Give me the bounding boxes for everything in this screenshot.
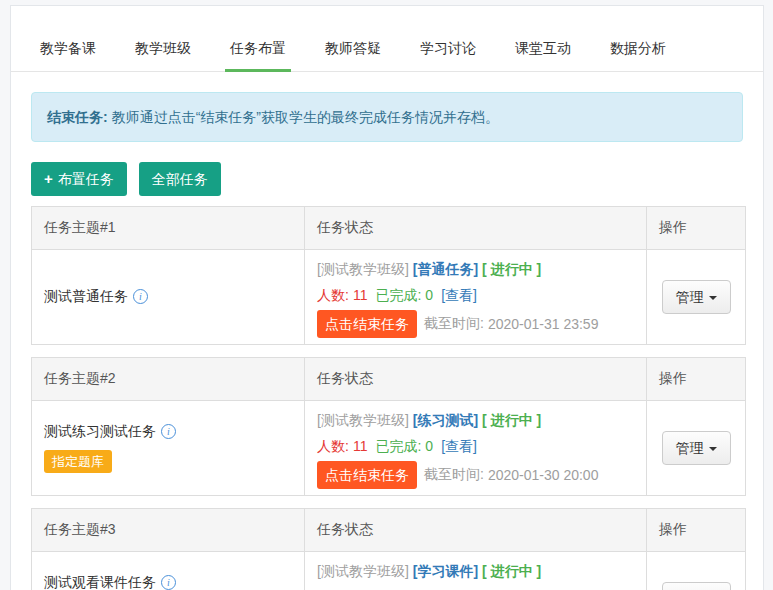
table-row: 测试观看课件任务i 指定课件 [测试教学班级][学习课件][ 进行中 ] 人数:… bbox=[32, 552, 746, 590]
task-table-2: 任务主题#2 任务状态 操作 测试练习测试任务i 指定题库 [测试教学班级][练… bbox=[31, 357, 746, 496]
count-label: 人数: bbox=[317, 438, 349, 454]
done-label: 已完成: bbox=[375, 438, 421, 454]
task-type-tag: [学习课件] bbox=[413, 563, 478, 579]
task-name: 测试练习测试任务 bbox=[44, 423, 156, 439]
tab-teacher-qa[interactable]: 教师答疑 bbox=[320, 30, 386, 71]
task-type-tag: [普通任务] bbox=[413, 261, 478, 277]
ongoing-tag: [ 进行中 ] bbox=[482, 563, 541, 579]
tab-teaching-class[interactable]: 教学班级 bbox=[130, 30, 196, 71]
task-name: 测试观看课件任务 bbox=[44, 574, 156, 590]
tab-bar: 教学备课 教学班级 任务布置 教师答疑 学习讨论 课堂互动 数据分析 bbox=[11, 6, 763, 72]
info-icon[interactable]: i bbox=[161, 575, 176, 590]
banner-title: 结束任务: bbox=[47, 109, 108, 125]
end-task-button[interactable]: 点击结束任务 bbox=[317, 310, 417, 338]
tab-study-discussion[interactable]: 学习讨论 bbox=[415, 30, 481, 71]
view-link[interactable]: [查看] bbox=[441, 438, 477, 454]
table-row: 测试普通任务i [测试教学班级][普通任务][ 进行中 ] 人数:11已完成:0… bbox=[32, 250, 746, 345]
manage-button[interactable]: 管理 bbox=[662, 280, 731, 314]
toolbar: +布置任务 全部任务 bbox=[31, 162, 743, 196]
done-value: 0 bbox=[425, 287, 433, 303]
status-tags: [测试教学班级][学习课件][ 进行中 ] bbox=[317, 558, 634, 584]
caret-down-icon bbox=[709, 296, 717, 300]
status-tags: [测试教学班级][普通任务][ 进行中 ] bbox=[317, 256, 634, 282]
action-header: 操作 bbox=[647, 207, 746, 250]
manage-button[interactable]: 管理 bbox=[662, 431, 731, 465]
class-tag: [测试教学班级] bbox=[317, 261, 409, 277]
assign-task-label: 布置任务 bbox=[58, 171, 114, 187]
status-counts: 人数:11已完成:1[查看] bbox=[317, 584, 634, 590]
deadline-value: 2020-01-30 20:00 bbox=[488, 467, 599, 483]
tab-data-analysis[interactable]: 数据分析 bbox=[605, 30, 671, 71]
deadline-value: 2020-01-31 23:59 bbox=[488, 316, 599, 332]
deadline-label: 截至时间: bbox=[424, 315, 484, 333]
status-header: 任务状态 bbox=[305, 509, 647, 552]
action-header: 操作 bbox=[647, 358, 746, 401]
table-header-row: 任务主题#3 任务状态 操作 bbox=[32, 509, 746, 552]
all-tasks-button[interactable]: 全部任务 bbox=[139, 162, 221, 196]
caret-down-icon bbox=[709, 447, 717, 451]
status-header: 任务状态 bbox=[305, 207, 647, 250]
assign-task-button[interactable]: +布置任务 bbox=[31, 162, 127, 196]
status-header: 任务状态 bbox=[305, 358, 647, 401]
theme-header: 任务主题#2 bbox=[32, 358, 305, 401]
count-value: 11 bbox=[353, 287, 368, 303]
ongoing-tag: [ 进行中 ] bbox=[482, 261, 541, 277]
tab-task-assignment[interactable]: 任务布置 bbox=[225, 30, 291, 71]
task-type-tag: [练习测试] bbox=[413, 412, 478, 428]
action-header: 操作 bbox=[647, 509, 746, 552]
info-banner: 结束任务:教师通过点击“结束任务”获取学生的最终完成任务情况并存档。 bbox=[31, 92, 743, 142]
status-counts: 人数:11已完成:0[查看] bbox=[317, 282, 634, 308]
task-table-3: 任务主题#3 任务状态 操作 测试观看课件任务i 指定课件 [测试教学班级][学… bbox=[31, 508, 746, 590]
question-bank-badge: 指定题库 bbox=[44, 450, 112, 473]
task-table-1: 任务主题#1 任务状态 操作 测试普通任务i [测试教学班级][普通任务][ 进… bbox=[31, 206, 746, 345]
count-label: 人数: bbox=[317, 287, 349, 303]
tab-class-interaction[interactable]: 课堂互动 bbox=[510, 30, 576, 71]
banner-text: 教师通过点击“结束任务”获取学生的最终完成任务情况并存档。 bbox=[112, 109, 499, 125]
manage-button[interactable]: 管理 bbox=[662, 582, 731, 590]
view-link[interactable]: [查看] bbox=[441, 287, 477, 303]
manage-label: 管理 bbox=[676, 289, 704, 305]
class-tag: [测试教学班级] bbox=[317, 563, 409, 579]
done-value: 0 bbox=[425, 438, 433, 454]
end-task-button[interactable]: 点击结束任务 bbox=[317, 461, 417, 489]
done-label: 已完成: bbox=[375, 287, 421, 303]
plus-icon: + bbox=[44, 170, 53, 187]
manage-label: 管理 bbox=[676, 440, 704, 456]
tab-lesson-prep[interactable]: 教学备课 bbox=[35, 30, 101, 71]
deadline-label: 截至时间: bbox=[424, 466, 484, 484]
ongoing-tag: [ 进行中 ] bbox=[482, 412, 541, 428]
info-icon[interactable]: i bbox=[133, 289, 148, 304]
class-tag: [测试教学班级] bbox=[317, 412, 409, 428]
main-panel: 教学备课 教学班级 任务布置 教师答疑 学习讨论 课堂互动 数据分析 结束任务:… bbox=[10, 5, 764, 590]
count-value: 11 bbox=[353, 438, 368, 454]
info-icon[interactable]: i bbox=[161, 424, 176, 439]
table-row: 测试练习测试任务i 指定题库 [测试教学班级][练习测试][ 进行中 ] 人数:… bbox=[32, 401, 746, 496]
task-name: 测试普通任务 bbox=[44, 288, 128, 304]
table-header-row: 任务主题#1 任务状态 操作 bbox=[32, 207, 746, 250]
theme-header: 任务主题#1 bbox=[32, 207, 305, 250]
theme-header: 任务主题#3 bbox=[32, 509, 305, 552]
status-counts: 人数:11已完成:0[查看] bbox=[317, 433, 634, 459]
table-header-row: 任务主题#2 任务状态 操作 bbox=[32, 358, 746, 401]
status-tags: [测试教学班级][练习测试][ 进行中 ] bbox=[317, 407, 634, 433]
